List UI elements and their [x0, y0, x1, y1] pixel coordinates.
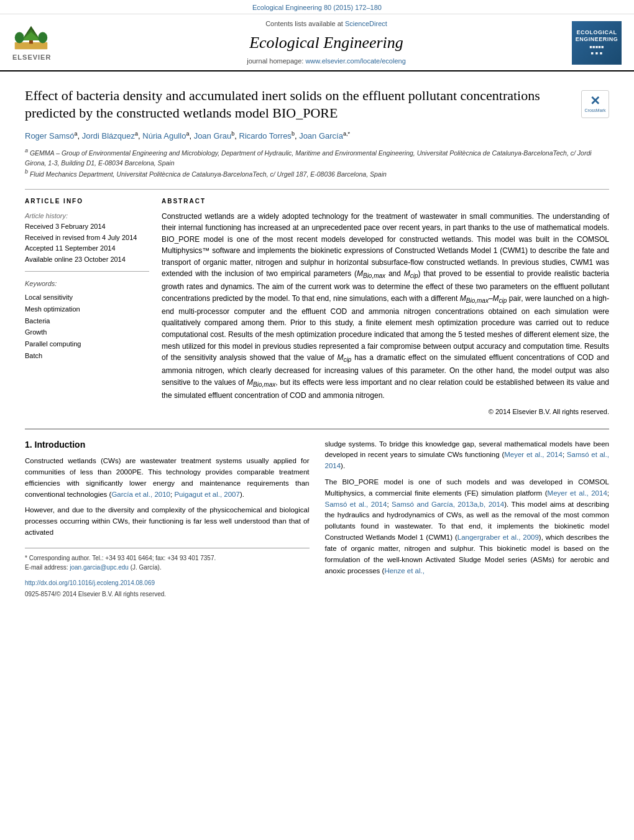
body-section: 1. Introduction Constructed wetlands (CW… [25, 439, 609, 599]
body-right-text: sludge systems. To bridge this knowledge… [325, 439, 610, 577]
article-title: Effect of bacteria density and accumulat… [25, 87, 581, 122]
footnote-divider [25, 548, 310, 553]
homepage-line: journal homepage: www.elsevier.com/locat… [93, 57, 559, 66]
keyword-3: Bacteria [25, 315, 149, 327]
abstract-heading: ABSTRACT [162, 197, 609, 206]
body-left-column: 1. Introduction Constructed wetlands (CW… [25, 439, 310, 599]
email-link[interactable]: joan.garcia@upc.edu [70, 564, 129, 571]
article-info-column: ARTICLE INFO Article history: Received 3… [25, 197, 149, 417]
header-center: Contents lists available at ScienceDirec… [81, 19, 572, 66]
ref-meyer-2014b[interactable]: Meyer et al., 2014 [548, 489, 607, 497]
received-revised-date: Received in revised from 4 July 2014 [25, 233, 149, 244]
available-date: Available online 23 October 2014 [25, 254, 149, 265]
article-info-abstract-section: ARTICLE INFO Article history: Received 3… [25, 189, 609, 417]
accepted-date: Accepted 11 September 2014 [25, 243, 149, 254]
article-history: Article history: Received 3 February 201… [25, 211, 149, 272]
sciencedirect-link[interactable]: ScienceDirect [345, 20, 387, 27]
doi-link[interactable]: http://dx.doi.org/10.1016/j.ecoleng.2014… [25, 579, 155, 586]
author-garcia[interactable]: Joan García [299, 131, 343, 141]
keyword-4: Growth [25, 326, 149, 338]
body-left-text: Constructed wetlands (CWs) are wastewate… [25, 456, 310, 538]
received-date: Received 3 February 2014 [25, 221, 149, 233]
elsevier-logo: ELSEVIER [12, 24, 81, 62]
contents-line: Contents lists available at ScienceDirec… [93, 19, 559, 29]
keyword-5: Parallel computing [25, 338, 149, 350]
ref-puigagut-2007[interactable]: Puigagut et al., 2007 [174, 491, 240, 498]
affiliations: a GEMMA – Group of Environmental Enginee… [25, 147, 609, 179]
keyword-2: Mesh optimization [25, 303, 149, 315]
ref-henze[interactable]: Henze et al., [384, 567, 425, 575]
article-title-section: Effect of bacteria density and accumulat… [25, 81, 609, 122]
homepage-link[interactable]: www.elsevier.com/locate/ecoleng [305, 57, 405, 65]
authors-line: Roger Samsóa, Jordi Blázqueza, Núria Agu… [25, 130, 609, 142]
page: Ecological Engineering 80 (2015) 172–180… [0, 0, 634, 840]
abstract-copyright: © 2014 Elsevier B.V. All rights reserved… [162, 407, 609, 417]
affiliation-a: a GEMMA – Group of Environmental Enginee… [25, 147, 609, 168]
elsevier-label: ELSEVIER [12, 53, 51, 62]
author-agullo[interactable]: Núria Agullo [142, 131, 186, 141]
ref-langergraber-2009[interactable]: Langergraber et al., 2009 [457, 533, 539, 541]
ref-samso-garcia-2013[interactable]: Samsó and García, 2013a,b, 2014 [392, 501, 504, 508]
author-blazquez[interactable]: Jordi Blázquez [82, 131, 135, 141]
crossmark-label: CrossMark [585, 108, 606, 114]
svg-point-6 [38, 32, 47, 43]
author-samso[interactable]: Roger Samsó [25, 131, 74, 141]
email-note: E-mail address: joan.garcia@upc.edu (J. … [25, 563, 310, 572]
keywords-title: Keywords: [25, 278, 149, 290]
article-info-heading: ARTICLE INFO [25, 197, 149, 206]
keywords-block: Keywords: Local sensitivity Mesh optimiz… [25, 278, 149, 361]
contents-label: Contents lists available at [265, 20, 343, 27]
svg-point-5 [15, 32, 24, 43]
journal-title: Ecological Engineering [93, 32, 559, 54]
body-divider [25, 428, 609, 430]
ref-meyer-2014[interactable]: Meyer et al., 2014 [504, 451, 563, 458]
ref-samso-2014b[interactable]: Samsó et al., 2014 [325, 501, 387, 508]
corresponding-author-note: * Corresponding author. Tel.: +34 93 401… [25, 553, 310, 563]
ref-samso-2014[interactable]: Samsó et al., 2014 [325, 451, 610, 469]
crossmark-icon: ✕ [590, 95, 600, 107]
footer-links: http://dx.doi.org/10.1016/j.ecoleng.2014… [25, 577, 310, 599]
journal-cover-logo: ECOLOGICALENGINEERING ■■■■■■ ■ ■ [572, 21, 622, 65]
keyword-6: Batch [25, 350, 149, 362]
elsevier-tree-icon [12, 24, 50, 52]
affiliation-b: b Fluid Mechanics Department, Universita… [25, 168, 609, 179]
author-grau[interactable]: Joan Grau [194, 131, 232, 141]
history-label: Article history: [25, 211, 149, 222]
footnote-text: * Corresponding author. Tel.: +34 93 401… [25, 553, 310, 572]
ref-garcia-2010[interactable]: García et al., 2010 [111, 491, 170, 498]
author-torres[interactable]: Ricardo Torres [239, 131, 292, 141]
main-content: Effect of bacteria density and accumulat… [0, 72, 634, 612]
citation-text: Ecological Engineering 80 (2015) 172–180 [252, 4, 382, 11]
abstract-text: Constructed wetlands are a widely adopte… [162, 211, 609, 402]
citation-bar: Ecological Engineering 80 (2015) 172–180 [0, 0, 634, 14]
footer-copyright: 0925-8574/© 2014 Elsevier B.V. All right… [25, 590, 310, 599]
journal-header: ELSEVIER Contents lists available at Sci… [0, 14, 634, 71]
crossmark-badge[interactable]: ✕ CrossMark [581, 90, 609, 118]
abstract-column: ABSTRACT Constructed wetlands are a wide… [162, 197, 609, 417]
keyword-1: Local sensitivity [25, 292, 149, 303]
section-1-heading: 1. Introduction [25, 439, 310, 451]
homepage-label: journal homepage: [247, 57, 303, 65]
body-right-column: sludge systems. To bridge this knowledge… [325, 439, 610, 599]
